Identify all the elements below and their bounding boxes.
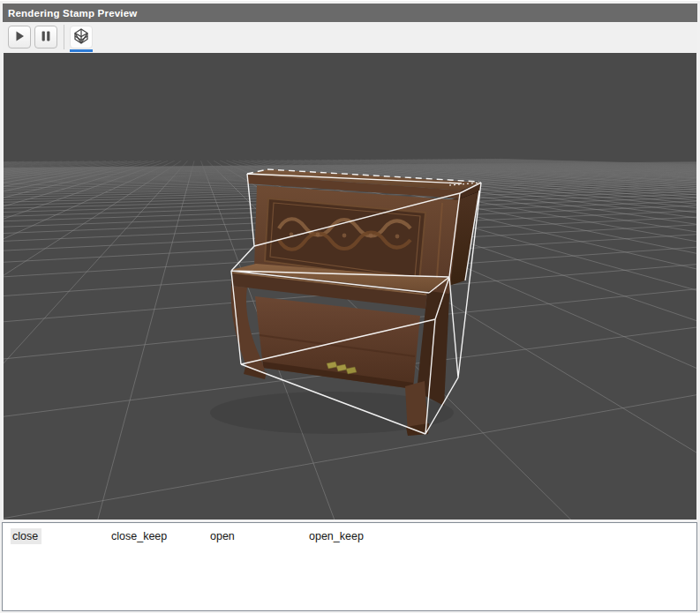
- play-button[interactable]: [8, 26, 31, 49]
- horizon-fade: [4, 53, 696, 194]
- active-tool-underline: [70, 49, 93, 52]
- mesh-cube-icon: [72, 27, 90, 48]
- toolbar-separator: [64, 25, 64, 49]
- 3d-viewport[interactable]: [4, 53, 696, 520]
- list-item[interactable]: close: [11, 528, 41, 544]
- toolbar: [3, 22, 697, 53]
- window-title: Rendering Stamp Preview: [8, 8, 137, 19]
- animation-list-panel: close close_keep open open_keep: [2, 522, 697, 611]
- pause-button[interactable]: [34, 26, 57, 49]
- title-bar[interactable]: Rendering Stamp Preview: [3, 4, 697, 22]
- mesh-preview-button[interactable]: [70, 26, 93, 49]
- animation-list: close close_keep open open_keep: [3, 523, 696, 544]
- pause-icon: [39, 29, 53, 46]
- list-item[interactable]: open_keep: [307, 528, 367, 544]
- list-item[interactable]: open: [208, 528, 238, 544]
- list-item[interactable]: close_keep: [109, 528, 170, 544]
- rendering-stamp-preview-window: Rendering Stamp Preview: [0, 0, 700, 613]
- play-icon: [12, 29, 26, 46]
